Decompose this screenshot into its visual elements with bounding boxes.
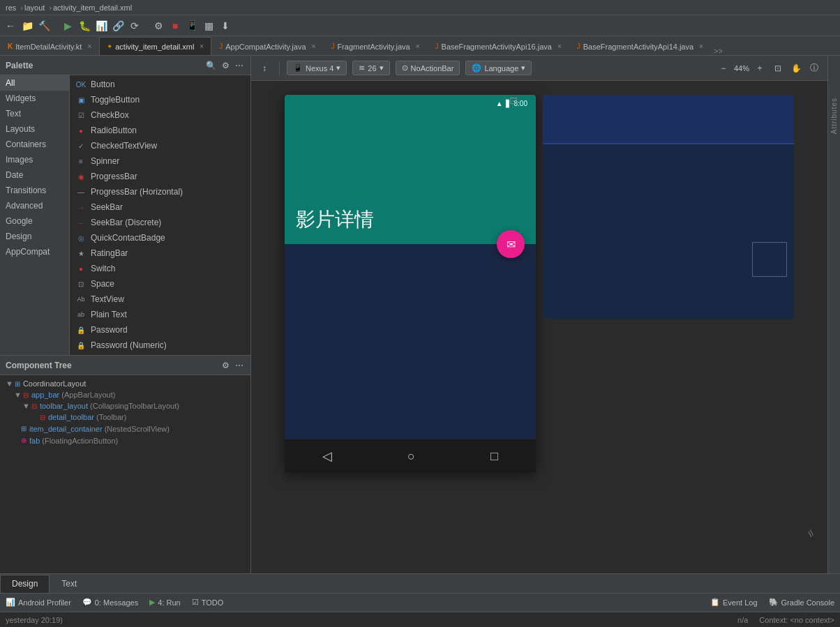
run-button[interactable]: ▶ 4: Run [149, 598, 180, 607]
pan-tool-button[interactable]: ✋ [788, 61, 804, 76]
breadcrumb-item[interactable]: layout [24, 3, 45, 12]
palette-item-plaintext[interactable]: ab Plain Text [70, 307, 250, 322]
folder-icon[interactable]: 📁 [20, 18, 35, 33]
palette-item-ratingbar[interactable]: ★ RatingBar [70, 245, 250, 261]
tab-appcompat-activity[interactable]: J AppCompatActivity.java × [211, 37, 323, 55]
category-google[interactable]: Google [0, 213, 69, 229]
tab-item-detail-activity[interactable]: K ItemDetailActivity.kt × [0, 37, 99, 55]
close-tab-0[interactable]: × [87, 43, 91, 50]
category-all[interactable]: All [0, 75, 69, 91]
todo-button[interactable]: ☑ TODO [192, 598, 224, 607]
build-button[interactable]: 🔨 [36, 18, 52, 33]
api-selector[interactable]: ≋ 26 ▾ [352, 61, 389, 75]
tree-expand-icon[interactable]: ▼ [22, 402, 30, 410]
tab-text[interactable]: Text [50, 575, 89, 593]
palette-item-spinner[interactable]: ≡ Spinner [70, 153, 250, 169]
sync-button[interactable]: ⟳ [127, 18, 142, 33]
resize-handle[interactable]: // [806, 529, 816, 539]
device-selector[interactable]: 📱 Nexus 4 ▾ [287, 61, 347, 75]
nav-home-button[interactable]: ○ [407, 449, 415, 464]
run-button[interactable]: ▶ [60, 18, 75, 33]
breadcrumb-item[interactable]: activity_item_detail.xml [53, 3, 132, 12]
palette-settings-icon[interactable]: ⚙ [220, 59, 231, 72]
tree-settings-icon[interactable]: ⚙ [220, 359, 231, 372]
tree-expand-icon[interactable]: ▼ [6, 379, 13, 388]
category-transitions[interactable]: Transitions [0, 183, 69, 198]
close-tab-1[interactable]: × [200, 43, 204, 50]
tab-base-fragment-api16[interactable]: J BaseFragmentActivityApi16.java × [428, 37, 569, 55]
tree-node-detail-toolbar[interactable]: ▼ ⊟ detail_toolbar (Toolbar) [0, 411, 250, 423]
tree-node-coordinator[interactable]: ▼ ⊞ CoordinatorLayout [0, 378, 250, 389]
close-tab-4[interactable]: × [557, 43, 562, 50]
palette-item-togglebutton[interactable]: ▣ ToggleButton [70, 92, 250, 107]
close-tab-2[interactable]: × [312, 43, 316, 50]
avd-manager[interactable]: ▦ [201, 18, 216, 33]
tab-fragment-activity[interactable]: J FragmentActivity.java × [323, 37, 427, 55]
breadcrumb-item[interactable]: res [6, 3, 16, 12]
category-date[interactable]: Date [0, 167, 69, 183]
tab-design[interactable]: Design [0, 575, 50, 593]
tree-node-app-bar[interactable]: ▼ ⊟ app_bar (AppBarLayout) [0, 389, 250, 400]
tree-more-icon[interactable]: ⋯ [234, 359, 245, 372]
theme-selector[interactable]: ⊙ NoActionBar [396, 61, 460, 75]
tree-node-fab[interactable]: ▶ ⊕ fab (FloatingActionButton) [0, 435, 250, 446]
language-selector[interactable]: 🌐 Language ▾ [465, 61, 532, 75]
info-button[interactable]: ⓘ [807, 61, 822, 76]
debug-button[interactable]: 🐛 [77, 18, 92, 33]
palette-item-seekbar-discrete[interactable]: → SeekBar (Discrete) [70, 215, 250, 230]
category-text[interactable]: Text [0, 106, 69, 121]
palette-item-quickcontact[interactable]: ◎ QuickContactBadge [70, 230, 250, 245]
device-manager[interactable]: 📱 [184, 18, 200, 33]
messages-button[interactable]: 💬 0: Messages [82, 598, 138, 607]
palette-item-radiobutton[interactable]: ● RadioButton [70, 123, 250, 138]
stop-button[interactable]: ■ [167, 18, 183, 33]
palette-item-textview[interactable]: Ab TextView [70, 292, 250, 307]
palette-item-email[interactable]: @ E-mail [70, 353, 250, 355]
category-widgets[interactable]: Widgets [0, 91, 69, 106]
category-appcompat[interactable]: AppCompat [0, 244, 69, 259]
close-tab-3[interactable]: × [416, 43, 420, 50]
palette-more-icon[interactable]: ⋯ [234, 59, 245, 72]
palette-search-icon[interactable]: 🔍 [204, 59, 218, 72]
palette-item-password-numeric[interactable]: 🔒 Password (Numeric) [70, 338, 250, 353]
palette-item-progressbar-h[interactable]: — ProgressBar (Horizontal) [70, 184, 250, 199]
orientation-toggle[interactable]: ↕ [257, 61, 272, 76]
palette-item-password[interactable]: 🔒 Password [70, 322, 250, 338]
sdk-manager[interactable]: ⬇ [218, 18, 233, 33]
palette-item-space[interactable]: ⊡ Space [70, 276, 250, 292]
category-layouts[interactable]: Layouts [0, 121, 69, 137]
category-design[interactable]: Design [0, 229, 69, 244]
category-images[interactable]: Images [0, 152, 69, 167]
palette-item-switch[interactable]: ● Switch [70, 261, 250, 276]
attach-button[interactable]: 🔗 [110, 18, 126, 33]
event-log-button[interactable]: 📋 Event Log [710, 598, 758, 607]
more-tabs[interactable]: >> [714, 47, 723, 55]
palette-item-checkedtextview[interactable]: ✓ CheckedTextView [70, 138, 250, 153]
gradle-console-button[interactable]: 🐘 Gradle Console [769, 598, 834, 607]
zoom-in-button[interactable]: + [752, 61, 767, 76]
palette-item-checkbox[interactable]: ☑ CheckBox [70, 107, 250, 123]
zoom-fit-button[interactable]: ⊡ [770, 61, 786, 76]
nav-recent-button[interactable]: □ [490, 449, 498, 464]
close-tab-5[interactable]: × [699, 43, 703, 50]
tab-activity-item-detail[interactable]: ✦ activity_item_detail.xml × [99, 37, 211, 55]
tree-node-item-detail-container[interactable]: ▶ ⊞ item_detail_container (NestedScrollV… [0, 423, 250, 435]
profile-button[interactable]: 📊 [93, 18, 109, 33]
phone-fab[interactable]: ✉ [497, 230, 525, 258]
palette-item-seekbar[interactable]: → SeekBar [70, 199, 250, 215]
tree-expand-icon[interactable]: ▼ [14, 391, 22, 399]
palette-item-progressbar[interactable]: ◉ ProgressBar [70, 169, 250, 184]
back-button[interactable]: ← [3, 18, 18, 33]
tab-base-fragment-api14[interactable]: J BaseFragmentActivityApi14.java × [569, 37, 711, 55]
nav-back-button[interactable]: ◁ [322, 448, 332, 464]
category-advanced[interactable]: Advanced [0, 198, 69, 213]
expand-icon[interactable]: ⊡ [509, 95, 518, 106]
attributes-panel-tab[interactable]: Attributes [827, 56, 840, 573]
category-containers[interactable]: Containers [0, 137, 69, 152]
palette-item-button[interactable]: OK Button [70, 77, 250, 92]
android-profiler-button[interactable]: 📊 Android Profiler [6, 598, 71, 607]
editor-tabs: K ItemDetailActivity.kt × ✦ activity_ite… [0, 36, 840, 56]
zoom-out-button[interactable]: − [716, 61, 731, 76]
settings-button[interactable]: ⚙ [151, 18, 166, 33]
tree-node-toolbar-layout[interactable]: ▼ ⊟ toolbar_layout (CollapsingToolbarLay… [0, 400, 250, 411]
